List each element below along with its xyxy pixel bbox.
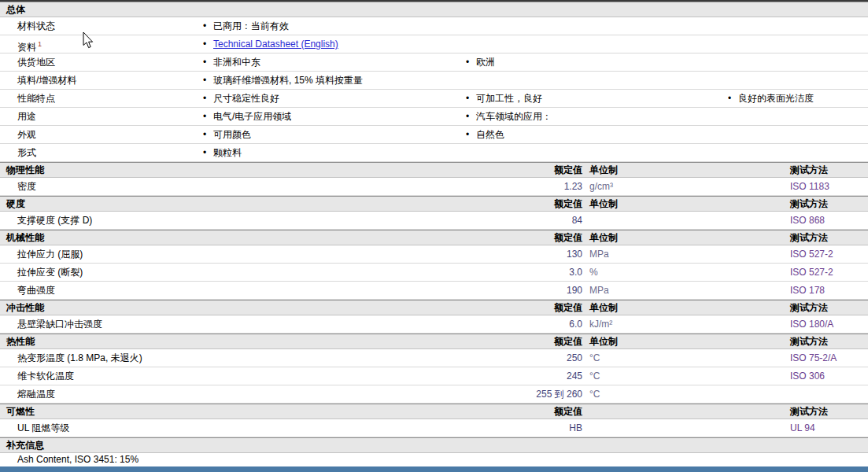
table-row: 资料1 Technical Datasheet (English)	[0, 35, 868, 53]
property-row: 熔融温度 255 到 260 °C	[0, 385, 868, 404]
section-title: 补充信息	[6, 438, 44, 453]
mouse-cursor-icon	[83, 32, 94, 49]
property-label: 弯曲强度	[17, 282, 55, 299]
property-unit: MPa	[589, 282, 609, 299]
property-label: 悬壁梁缺口冲击强度	[17, 315, 102, 333]
column-header-rated-value: 额定值	[425, 230, 582, 245]
supplemental-row: Ash Content, ISO 3451: 15%	[0, 453, 868, 467]
table-row: 用途 电气/电子应用领域 汽车领域的应用：	[0, 108, 868, 126]
row-label: 性能特点	[17, 90, 55, 107]
property-test-method: ISO 527-2	[790, 245, 833, 263]
row-label: 供货地区	[17, 53, 55, 71]
row-value: 电气/电子应用领域	[203, 108, 291, 125]
property-value: 255 到 260	[425, 385, 582, 403]
property-row: 密度 1.23 g/cm³ ISO 1183	[0, 178, 868, 196]
datasheet-page: 总体 材料状态 已商用：当前有效 资料1 Technical Datasheet…	[0, 0, 868, 472]
property-unit: °C	[589, 367, 600, 385]
property-label: 密度	[17, 178, 36, 195]
property-value: 190	[425, 282, 582, 299]
property-test-method: ISO 180/A	[790, 315, 833, 333]
column-header-unit: 单位制	[589, 301, 618, 315]
property-row: 悬壁梁缺口冲击强度 6.0 kJ/m² ISO 180/A	[0, 315, 868, 334]
row-value: 非洲和中东	[203, 53, 260, 71]
property-test-method: ISO 868	[790, 212, 825, 229]
row-value: 汽车领域的应用：	[466, 108, 552, 125]
column-header-rated-value: 额定值	[425, 404, 582, 419]
row-label: 填料/增强材料	[17, 72, 76, 89]
row-label: 材料状态	[17, 17, 55, 35]
footnote-marker: 1	[38, 40, 42, 48]
property-label: 拉伸应力 (屈服)	[17, 245, 83, 263]
table-row: 外观 可用颜色 自然色	[0, 126, 868, 144]
section-header-general: 总体	[0, 2, 868, 17]
table-row: 填料/增强材料 玻璃纤维增强材料, 15% 填料按重量	[0, 72, 868, 90]
column-header-rated-value: 额定值	[425, 163, 582, 178]
property-unit: %	[589, 264, 598, 281]
property-test-method: ISO 75-2/A	[790, 349, 837, 367]
property-value: 130	[425, 245, 582, 263]
property-unit: °C	[589, 349, 600, 367]
section-title: 冲击性能	[6, 301, 44, 315]
property-label: UL 阻燃等级	[17, 419, 69, 437]
property-value: 6.0	[425, 315, 582, 333]
section-title: 机械性能	[6, 230, 44, 245]
property-test-method: UL 94	[790, 419, 815, 437]
property-unit: g/cm³	[589, 178, 613, 195]
column-header-unit: 单位制	[589, 197, 618, 212]
section-header-impact: 冲击性能 额定值 单位制 测试方法	[0, 300, 868, 315]
property-row: 维卡软化温度 245 °C ISO 306	[0, 367, 868, 385]
section-header-physical: 物理性能 额定值 单位制 测试方法	[0, 162, 868, 178]
property-value: 3.0	[425, 264, 582, 281]
column-header-test-method: 测试方法	[790, 197, 828, 212]
property-value: 84	[425, 212, 582, 229]
row-value: 可加工性，良好	[466, 90, 542, 107]
property-label: 熔融温度	[17, 385, 55, 403]
row-value: 尺寸稳定性良好	[203, 90, 279, 107]
row-value: 欧洲	[466, 53, 495, 71]
column-header-unit: 单位制	[589, 334, 618, 349]
column-header-rated-value: 额定值	[425, 301, 582, 315]
property-row: 弯曲强度 190 MPa ISO 178	[0, 282, 868, 300]
section-title: 物理性能	[6, 163, 44, 178]
property-label: 拉伸应变 (断裂)	[17, 264, 83, 281]
column-header-unit: 单位制	[589, 230, 618, 245]
column-header-test-method: 测试方法	[790, 301, 828, 315]
technical-datasheet-link[interactable]: Technical Datasheet (English)	[213, 39, 338, 50]
table-row: 性能特点 尺寸稳定性良好 可加工性，良好 良好的表面光洁度	[0, 90, 868, 108]
table-row: 供货地区 非洲和中东 欧洲	[0, 53, 868, 72]
row-label-text: 资料	[17, 42, 36, 53]
row-label: 用途	[17, 108, 36, 125]
column-header-test-method: 测试方法	[790, 230, 828, 245]
property-row: 热变形温度 (1.8 MPa, 未退火) 250 °C ISO 75-2/A	[0, 349, 868, 367]
property-value: 245	[425, 367, 582, 385]
row-value: 玻璃纤维增强材料, 15% 填料按重量	[203, 72, 363, 89]
property-row: 拉伸应力 (屈服) 130 MPa ISO 527-2	[0, 245, 868, 264]
property-value: 250	[425, 349, 582, 367]
property-test-method: ISO 527-2	[790, 264, 833, 281]
section-header-supplemental: 补充信息	[0, 437, 868, 453]
supplemental-text: Ash Content, ISO 3451: 15%	[17, 453, 139, 466]
column-header-test-method: 测试方法	[790, 163, 828, 178]
property-value: HB	[425, 419, 582, 437]
section-title: 总体	[6, 2, 25, 17]
property-label: 支撑硬度 (支撑 D)	[17, 212, 92, 229]
row-value: 颗粒料	[203, 144, 242, 161]
property-value: 1.23	[425, 178, 582, 195]
property-test-method: ISO 178	[790, 282, 825, 299]
property-row: UL 阻燃等级 HB UL 94	[0, 419, 868, 437]
section-header-flammability: 可燃性 额定值 测试方法	[0, 404, 868, 419]
row-label: 形式	[17, 144, 36, 161]
footer-bar	[0, 466, 868, 472]
section-header-mechanical: 机械性能 额定值 单位制 测试方法	[0, 230, 868, 245]
table-row: 形式 颗粒料	[0, 144, 868, 162]
row-value: 自然色	[466, 126, 504, 143]
column-header-unit: 单位制	[589, 163, 618, 178]
row-label: 外观	[17, 126, 36, 143]
section-title: 硬度	[6, 197, 25, 212]
row-value: Technical Datasheet (English)	[203, 35, 338, 53]
property-label: 维卡软化温度	[17, 367, 74, 385]
property-row: 拉伸应变 (断裂) 3.0 % ISO 527-2	[0, 264, 868, 282]
property-unit: kJ/m²	[589, 315, 612, 333]
row-value: 已商用：当前有效	[203, 17, 289, 35]
property-unit: MPa	[589, 245, 609, 263]
